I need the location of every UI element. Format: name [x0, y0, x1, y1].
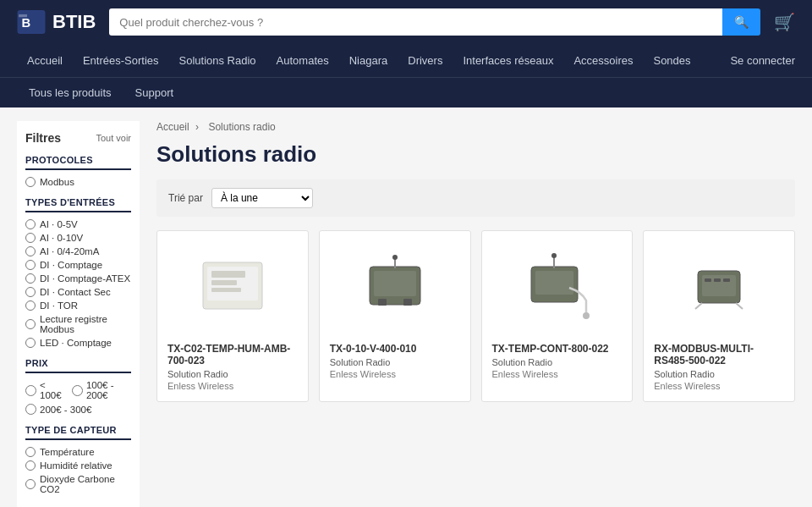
search-button[interactable]: 🔍	[722, 8, 760, 36]
search-icon: 🔍	[734, 15, 749, 29]
product-img-icon-4	[677, 250, 761, 326]
filter-capteur-title: TYPE DE CAPTEUR	[25, 425, 131, 440]
sidebar-title: Filtres	[25, 131, 61, 145]
filter-di-comptage-atex[interactable]: DI · Comptage-ATEX	[25, 273, 131, 284]
main-nav: Accueil Entrées-Sorties Solutions Radio …	[17, 44, 701, 77]
product-img-icon-1	[190, 250, 275, 326]
nav-niagara[interactable]: Niagara	[339, 44, 398, 77]
product-type-3: Solution Radio	[492, 357, 623, 367]
filter-lecture-registre[interactable]: Lecture registre Modbus	[25, 314, 131, 334]
price-row-2: 200€ - 300€	[25, 404, 131, 415]
filter-modbus[interactable]: Modbus	[25, 177, 131, 187]
filter-humidite[interactable]: Humidité relative	[25, 460, 131, 471]
sort-select[interactable]: À la une Prix croissant Prix décroissant…	[211, 188, 313, 208]
header: B BTIB 🔍 🛒	[0, 0, 812, 44]
svg-rect-22	[723, 278, 730, 282]
filter-modbus-radio[interactable]	[25, 177, 36, 187]
svg-line-24	[736, 303, 743, 309]
filter-di-contact-sec[interactable]: DI · Contact Sec	[25, 287, 131, 297]
search-input[interactable]	[109, 8, 722, 36]
filter-ai-020ma[interactable]: AI · 0/4-20mA	[25, 246, 131, 256]
brand-name: BTIB	[52, 11, 96, 33]
nav-interfaces-reseaux[interactable]: Interfaces réseaux	[453, 44, 563, 77]
price-row-1: < 100€ 100€ - 200€	[25, 380, 131, 400]
nav-automates[interactable]: Automates	[266, 44, 339, 77]
filter-protocoles-title: PROTOCOLES	[25, 155, 131, 170]
svg-point-10	[392, 255, 398, 260]
svg-rect-4	[211, 271, 245, 278]
sidebar: Filtres Tout voir PROTOCOLES Modbus TYPE…	[17, 121, 140, 507]
product-name-4: RX-MODBUS-MULTI-RS485-500-022	[654, 343, 784, 366]
nav-accessoires[interactable]: Accessoires	[563, 44, 643, 77]
breadcrumb-home[interactable]: Accueil	[156, 121, 189, 133]
filter-prix: PRIX < 100€ 100€ - 200€ 200€ - 300€	[25, 358, 131, 415]
sort-label: Trié par	[168, 192, 203, 204]
product-type-1: Solution Radio	[167, 369, 298, 379]
product-image-3	[492, 241, 623, 334]
filter-led-comptage[interactable]: LED · Comptage	[25, 338, 131, 348]
filter-ai-0-10v[interactable]: AI · 0-10V	[25, 233, 131, 243]
svg-text:B: B	[21, 16, 30, 30]
filter-di-tor[interactable]: DI · TOR	[25, 300, 131, 311]
main-content: Filtres Tout voir PROTOCOLES Modbus TYPE…	[0, 107, 812, 507]
product-card-2[interactable]: TX-0-10-V-400-010 Solution Radio Enless …	[319, 230, 471, 402]
btib-logo-icon: B	[17, 10, 46, 34]
product-image-1	[167, 241, 298, 334]
nav-tous-produits[interactable]: Tous les produits	[17, 78, 123, 107]
nav-drivers[interactable]: Drivers	[398, 44, 453, 77]
nav-right: Se connecter	[730, 54, 795, 67]
logo-area[interactable]: B BTIB	[17, 10, 96, 34]
nav-support[interactable]: Support	[123, 78, 186, 107]
filter-prix-title: PRIX	[25, 358, 131, 373]
breadcrumb-current: Solutions radio	[208, 121, 275, 133]
svg-rect-12	[403, 299, 412, 306]
svg-rect-21	[714, 278, 721, 282]
svg-rect-19	[702, 275, 736, 296]
product-name-1: TX-C02-TEMP-HUM-AMB-700-023	[167, 343, 298, 366]
product-grid: TX-C02-TEMP-HUM-AMB-700-023 Solution Rad…	[156, 230, 795, 402]
svg-rect-8	[374, 271, 416, 296]
product-card-4[interactable]: RX-MODBUS-MULTI-RS485-500-022 Solution R…	[643, 230, 795, 402]
price-100-200[interactable]: 100€ - 200€	[72, 380, 131, 400]
sort-bar: Trié par À la une Prix croissant Prix dé…	[156, 179, 795, 217]
product-card-3[interactable]: TX-TEMP-CONT-800-022 Solution Radio Enle…	[481, 230, 634, 402]
tout-voir-link[interactable]: Tout voir	[96, 133, 131, 143]
filter-di-comptage[interactable]: DI · Comptage	[25, 260, 131, 270]
product-image-2	[330, 241, 460, 334]
svg-point-16	[551, 253, 557, 258]
nav-accueil[interactable]: Accueil	[17, 44, 73, 77]
product-image-4	[654, 241, 784, 334]
price-under-100[interactable]: < 100€	[25, 380, 65, 400]
filter-types-entrees: TYPES D'ENTRÉES AI · 0-5V AI · 0-10V AI …	[25, 197, 131, 348]
login-link[interactable]: Se connecter	[730, 44, 795, 77]
nav-solutions-radio[interactable]: Solutions Radio	[169, 44, 266, 77]
product-brand-2: Enless Wireless	[330, 369, 460, 379]
product-brand-1: Enless Wireless	[167, 381, 298, 391]
filter-temperature[interactable]: Température	[25, 447, 131, 457]
breadcrumb-separator: ›	[195, 121, 201, 133]
filter-protocoles: PROTOCOLES Modbus	[25, 155, 131, 187]
product-type-2: Solution Radio	[330, 357, 460, 367]
filter-type-capteur: TYPE DE CAPTEUR Température Humidité rel…	[25, 425, 131, 494]
product-card-1[interactable]: TX-C02-TEMP-HUM-AMB-700-023 Solution Rad…	[156, 230, 309, 402]
filter-ai-0-5v[interactable]: AI · 0-5V	[25, 219, 131, 229]
svg-rect-11	[378, 299, 387, 306]
nav-entrees-sorties[interactable]: Entrées-Sorties	[73, 44, 169, 77]
product-img-icon-3	[510, 250, 603, 326]
search-bar: 🔍	[109, 8, 760, 36]
product-brand-4: Enless Wireless	[654, 381, 784, 391]
nav-top: Accueil Entrées-Sorties Solutions Radio …	[0, 44, 812, 77]
page-title: Solutions radio	[156, 141, 795, 168]
product-type-4: Solution Radio	[654, 369, 784, 379]
cart-icon[interactable]: 🛒	[774, 12, 795, 32]
nav-sondes[interactable]: Sondes	[643, 44, 700, 77]
filter-co2[interactable]: Dioxyde Carbone CO2	[25, 474, 131, 494]
price-200-300[interactable]: 200€ - 300€	[25, 404, 91, 415]
svg-rect-20	[705, 278, 711, 282]
product-name-3: TX-TEMP-CONT-800-022	[492, 343, 623, 355]
svg-line-23	[695, 303, 702, 309]
svg-point-17	[583, 312, 590, 319]
svg-rect-5	[211, 280, 237, 285]
nav-bottom: Tous les produits Support	[0, 77, 812, 107]
product-name-2: TX-0-10-V-400-010	[330, 343, 460, 355]
